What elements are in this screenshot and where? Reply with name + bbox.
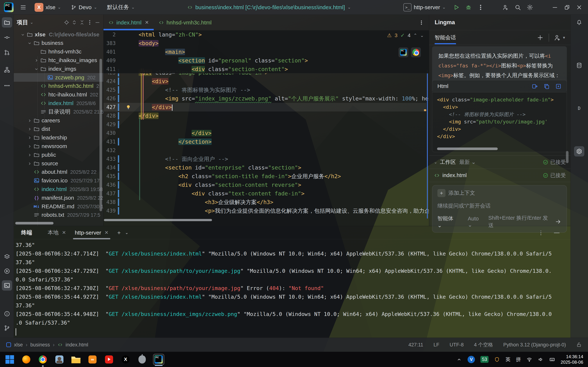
main-menu-icon[interactable] [20, 4, 26, 11]
breadcrumb-file[interactable]: index.html [66, 342, 88, 348]
new-terminal-icon[interactable]: ＋ [116, 229, 122, 236]
intention-bulb-icon[interactable] [126, 104, 131, 110]
tree-item-htc_ihaikou_images[interactable]: htc_ihaikou_images [14, 56, 104, 65]
taskbar-app-firefox[interactable] [21, 354, 32, 365]
run-config-selector[interactable]: >_ http-server ⌄ [402, 2, 448, 13]
chrome-preview-button[interactable] [411, 47, 421, 57]
chevron-right-icon[interactable] [27, 152, 32, 157]
tree-item-index.html[interactable]: index.html2025/8/6 [14, 99, 104, 108]
more-actions-icon[interactable] [477, 4, 484, 11]
editor-scrollbar[interactable] [427, 70, 428, 219]
tray-chevron-up-icon[interactable] [456, 357, 462, 362]
tray-badge[interactable]: 53 [480, 356, 489, 363]
chat-input-placeholder[interactable]: 继续提问或"/"新开会话 [437, 202, 562, 209]
code-line-433[interactable]: 433<!-- 面向企业用户 --> [104, 155, 426, 163]
code-line-432[interactable]: 432 [104, 146, 426, 155]
insert-code-icon[interactable] [532, 83, 538, 90]
chevron-down-icon[interactable] [20, 32, 25, 37]
debug-button[interactable] [465, 4, 472, 11]
tool-play-circle-icon[interactable] [2, 266, 12, 276]
inspections-widget[interactable]: ⚠3 ✓4 ⌃ ⌄ [387, 32, 424, 38]
wifi-icon[interactable] [526, 357, 532, 362]
minimize-icon[interactable] [95, 19, 100, 25]
tool-branch-icon[interactable] [2, 323, 12, 333]
workspace-file-row[interactable]: index.html 已接受 [429, 169, 571, 182]
tool-pull-request-icon[interactable] [2, 47, 12, 58]
tree-item-robots.txt[interactable]: robots.txt2025/7/29 17:5 [14, 211, 104, 219]
minimize-button[interactable] [552, 4, 558, 11]
taskbar-app-file-explorer[interactable] [70, 354, 82, 365]
code-line-429[interactable]: 429 [104, 120, 426, 129]
taskbar-app-youtube[interactable] [103, 354, 115, 365]
workspace-header-row[interactable]: ⌄ 工作区 最新 ⌄ 已接受 [429, 156, 571, 169]
ime-language[interactable]: 英 [505, 356, 510, 363]
tree-item-dist[interactable]: dist [14, 125, 104, 133]
tree-item-目录说明[interactable]: 目录说明2025/8/2 21:5 [14, 108, 104, 116]
pycharm-preview-button[interactable]: PC [398, 47, 408, 57]
terminal-label[interactable]: 终端 [21, 229, 32, 236]
settings-icon[interactable] [527, 4, 533, 11]
tool-folder-icon[interactable] [2, 17, 12, 28]
tree-vscrollbar[interactable] [99, 59, 102, 211]
status-line-separator[interactable]: LF [433, 342, 440, 348]
tool-layers-icon[interactable] [2, 252, 12, 262]
tool-letter-d-icon[interactable]: D [574, 103, 584, 114]
tree-item-README.md[interactable]: M↓README.md2025/7/30 1 [14, 202, 104, 211]
tree-item-newsroom[interactable]: newsroom [14, 142, 104, 150]
project-selector[interactable]: X xlse ⌄ [33, 1, 63, 13]
clock[interactable]: 14:36:14 2025-08-06 [561, 354, 583, 365]
taskbar-app-link-app[interactable]: ∞ [87, 354, 98, 365]
code-line-439[interactable]: 439<p>我们为企业提供全面的信息化解决方案，包括网站建设、云服务和信息安全咨… [104, 207, 426, 215]
tree-item-public[interactable]: public [14, 150, 104, 159]
prev-problem-icon[interactable]: ⌃ [414, 33, 417, 38]
chevron-right-icon[interactable] [27, 118, 32, 123]
breadcrumb-folder[interactable]: business [30, 342, 50, 348]
code-line-401[interactable]: 401<main> [104, 48, 426, 56]
code-hscrollbar[interactable] [437, 148, 498, 150]
breadcrumb-project[interactable]: xlse [14, 342, 23, 348]
tree-item-business[interactable]: business [14, 39, 104, 47]
code-line-424[interactable]: 424<div> [104, 77, 426, 86]
code-line-383[interactable]: 383<body> [104, 39, 426, 48]
tool-terminal-icon[interactable] [2, 280, 12, 291]
chevron-right-icon[interactable] [27, 144, 32, 149]
tree-item-xlse[interactable]: xlseC:\rj\devo-files\xlse [14, 30, 104, 39]
chevron-right-icon[interactable] [34, 58, 39, 63]
tree-item-careers[interactable]: careers [14, 116, 104, 125]
tree-item-manifest.json[interactable]: {}manifest.json2025/8/2 22 [14, 193, 104, 202]
restore-button[interactable] [564, 4, 570, 11]
project-view-dropdown[interactable]: ⌄ [30, 20, 33, 25]
code-line-427[interactable]: 427</div> [104, 103, 426, 111]
more-vertical-icon[interactable] [87, 19, 93, 25]
new-file-code-icon[interactable] [555, 83, 562, 90]
code-line-409[interactable]: 409<section id="personal" class="section… [104, 56, 426, 65]
account-dropdown-icon[interactable]: ▾ [563, 35, 565, 40]
code-line-411[interactable]: 411<div class="section-content"> [104, 65, 426, 74]
search-everywhere-icon[interactable] [514, 4, 521, 11]
chat-input[interactable]: ＋ 添加上下文 继续提问或"/"新开会话 智能体 ⌄ Auto ⌄ Shift+… [432, 185, 567, 233]
status-indent[interactable]: 4 个空格 [474, 342, 493, 348]
send-icon[interactable] [555, 218, 562, 225]
taskbar-app-x-app[interactable]: X [120, 354, 131, 365]
tool-database-icon[interactable] [574, 60, 584, 71]
tool-lingma-icon[interactable] [574, 146, 584, 157]
status-interpreter[interactable]: Python 3.12 (Django-projt-0) [503, 342, 566, 348]
terminal-dropdown-icon[interactable]: ⌄ [125, 230, 128, 235]
tree-item-leadership[interactable]: leadership [14, 133, 104, 142]
lock-open-icon[interactable] [576, 342, 582, 348]
editor-tab-index.html[interactable]: index.html✕ [104, 15, 154, 30]
add-context-button[interactable]: ＋ 添加上下文 [437, 189, 562, 197]
crosshair-icon[interactable] [64, 19, 69, 25]
code-line-434[interactable]: 434<section id="enterprise" class="secti… [104, 163, 426, 172]
chevron-right-icon[interactable] [27, 135, 32, 140]
taskbar-app-windows-start[interactable] [4, 354, 16, 365]
taskbar-app-photos[interactable] [54, 354, 65, 365]
expand-icon[interactable] [71, 19, 77, 25]
touch-keyboard-icon[interactable] [549, 357, 555, 362]
collapse-icon[interactable] [79, 19, 85, 25]
terminal-tab-本地[interactable]: 本地✕ [43, 226, 70, 239]
tree-item-hnhsd-vmh3c[interactable]: hnhsd-vmh3c [14, 47, 104, 56]
run-button[interactable] [453, 4, 460, 11]
copy-code-icon[interactable] [544, 83, 550, 90]
close-button[interactable] [576, 4, 582, 11]
